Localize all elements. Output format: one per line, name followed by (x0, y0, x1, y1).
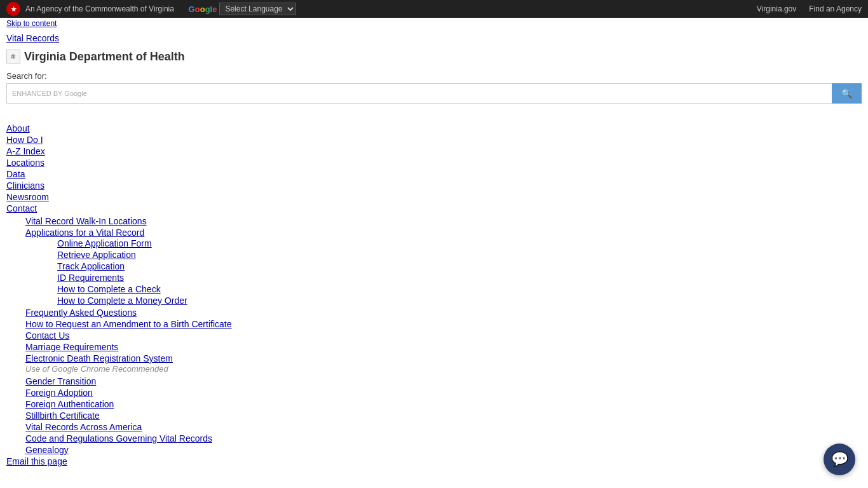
submenu-link-stillbirth[interactable]: Stillbirth Certificate (25, 410, 100, 421)
submenu-item-stillbirth: Stillbirth Certificate (25, 410, 868, 421)
translate-widget[interactable]: Google Select Language (189, 3, 297, 15)
search-input-container: ENHANCED BY Google (6, 83, 832, 104)
site-title: Virginia Department of Health (24, 50, 185, 64)
sub-submenu-item-id: ID Requirements (57, 272, 868, 283)
sub-submenu-link-check[interactable]: How to Complete a Check (57, 284, 161, 294)
submenu-item-vra: Vital Records Across America (25, 421, 868, 433)
submenu-item-amendment: How to Request an Amendment to a Birth C… (25, 318, 868, 330)
nav-link-howdoi[interactable]: How Do I (6, 135, 43, 145)
sub-submenu-link-id[interactable]: ID Requirements (57, 273, 124, 283)
submenu-link-genealogy[interactable]: Genealogy (25, 445, 69, 455)
virginia-gov-link[interactable]: Virginia.gov (757, 4, 796, 13)
nav-list: About How Do I A-Z Index Locations Data … (6, 111, 868, 214)
submenu-item-contactus: Contact Us (25, 330, 868, 341)
submenu-link-applications[interactable]: Applications for a Vital Record (25, 227, 144, 238)
submenu-link-faq[interactable]: Frequently Asked Questions (25, 308, 137, 318)
submenu-link-authentication[interactable]: Foreign Authentication (25, 399, 114, 409)
submenu-item-marriage: Marriage Requirements (25, 341, 868, 353)
search-section: Search for: ENHANCED BY Google 🔍 (0, 69, 868, 109)
nav-item-locations: Locations (6, 157, 868, 168)
submenu-extra-list: Gender Transition Foreign Adoption Forei… (6, 376, 868, 456)
sub-submenu-link-track[interactable]: Track Application (57, 261, 125, 271)
nav-link-clinicians[interactable]: Clinicians (6, 180, 44, 191)
nav-item-contact: Contact (6, 203, 868, 214)
sub-submenu-item-check: How to Complete a Check (57, 283, 868, 295)
submenu-link-gender[interactable]: Gender Transition (25, 376, 96, 386)
top-bar-left: ★ An Agency of the Commonwealth of Virgi… (6, 2, 296, 16)
enhanced-text: ENHANCED BY (12, 90, 62, 97)
nav-item-newsroom: Newsroom (6, 191, 868, 203)
submenu-item-genealogy: Genealogy (25, 444, 868, 456)
agency-text: An Agency of the Commonwealth of Virgini… (25, 4, 174, 13)
top-bar: ★ An Agency of the Commonwealth of Virgi… (0, 0, 868, 18)
submenu-item-faq: Frequently Asked Questions (25, 307, 868, 318)
sub-submenu-link-moneyorder[interactable]: How to Complete a Money Order (57, 295, 187, 306)
search-button[interactable]: 🔍 (832, 83, 862, 104)
sub-submenu-link-retrieve[interactable]: Retrieve Application (57, 250, 136, 260)
chrome-note: Use of Google Chrome Recommended (25, 364, 168, 374)
google-text: Google (64, 90, 86, 97)
top-bar-right: Virginia.gov Find an Agency (757, 4, 862, 13)
sub-submenu-item-online: Online Application Form (57, 238, 868, 249)
nav-item-about: About (6, 123, 868, 134)
email-list: Email this page (6, 456, 868, 467)
language-select[interactable]: Select Language (219, 3, 296, 15)
submenu-link-contactus[interactable]: Contact Us (25, 330, 69, 341)
vital-records-breadcrumb-link[interactable]: Vital Records (0, 29, 868, 44)
submenu-item-adoption: Foreign Adoption (25, 387, 868, 398)
submenu-item-walkin: Vital Record Walk-In Locations (25, 215, 868, 227)
sub-submenu-item-track: Track Application (57, 261, 868, 272)
nav-link-contact[interactable]: Contact (6, 203, 37, 214)
nav-link-azindex[interactable]: A-Z Index (6, 146, 45, 156)
submenu-link-walkin[interactable]: Vital Record Walk-In Locations (25, 216, 147, 226)
submenu-link-amendment[interactable]: How to Request an Amendment to a Birth C… (25, 319, 232, 329)
nav-item-email: Email this page (6, 456, 868, 467)
skip-to-content-link[interactable]: Skip to content (0, 18, 868, 29)
nav-link-locations[interactable]: Locations (6, 158, 44, 168)
chat-icon: 💬 (831, 451, 848, 468)
nav-empty-item (6, 111, 868, 123)
site-logo-area: 🏛 Virginia Department of Health (6, 50, 185, 64)
submenu-link-adoption[interactable]: Foreign Adoption (25, 388, 93, 398)
find-agency-link[interactable]: Find an Agency (809, 4, 862, 13)
sub-submenu-item-retrieve: Retrieve Application (57, 249, 868, 261)
submenu-item-authentication: Foreign Authentication (25, 398, 868, 410)
enhanced-by-label: ENHANCED BY Google (12, 90, 87, 97)
submenu-link-marriage[interactable]: Marriage Requirements (25, 342, 118, 352)
search-label: Search for: (6, 71, 862, 81)
nav-link-data[interactable]: Data (6, 169, 25, 179)
submenu-item-applications: Applications for a Vital Record Online A… (25, 227, 868, 307)
submenu-item-gender: Gender Transition (25, 376, 868, 387)
main-nav: About How Do I A-Z Index Locations Data … (0, 109, 868, 470)
submenu-item-code: Code and Regulations Governing Vital Rec… (25, 433, 868, 444)
search-icon: 🔍 (841, 88, 852, 98)
agency-logo-icon: ★ (6, 2, 20, 16)
sub-submenu-list: Online Application Form Retrieve Applica… (25, 238, 868, 306)
sub-submenu-link-online[interactable]: Online Application Form (57, 238, 152, 248)
nav-item-azindex: A-Z Index (6, 146, 868, 157)
search-input[interactable] (91, 88, 827, 98)
nav-item-data: Data (6, 168, 868, 180)
submenu-link-edrs[interactable]: Electronic Death Registration System (25, 353, 173, 363)
nav-item-howdoi: How Do I (6, 134, 868, 146)
google-logo-icon: Google (189, 4, 217, 14)
site-header: 🏛 Virginia Department of Health (0, 44, 868, 69)
submenu-link-code[interactable]: Code and Regulations Governing Vital Rec… (25, 433, 212, 444)
submenu-item-edrs: Electronic Death Registration System Use… (25, 353, 868, 374)
nav-link-about[interactable]: About (6, 123, 30, 133)
search-form: ENHANCED BY Google 🔍 (6, 83, 862, 104)
nav-link-newsroom[interactable]: Newsroom (6, 192, 49, 202)
nav-item-clinicians: Clinicians (6, 180, 868, 191)
sub-submenu-item-moneyorder: How to Complete a Money Order (57, 295, 868, 306)
submenu-link-vra[interactable]: Vital Records Across America (25, 422, 142, 432)
nav-link-email[interactable]: Email this page (6, 456, 67, 466)
submenu-list: Vital Record Walk-In Locations Applicati… (6, 215, 868, 374)
site-logo-icon: 🏛 (6, 50, 20, 64)
